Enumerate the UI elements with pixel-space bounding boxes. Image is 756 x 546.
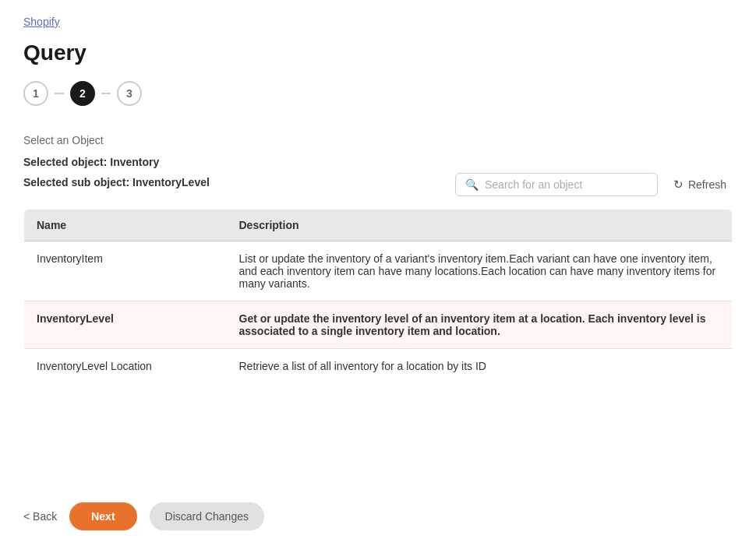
row-name-inventoryitem: InventoryItem [24, 241, 227, 301]
selected-sub-object-info: Selected sub object: InventoryLevel [23, 176, 210, 188]
selected-sub-row: Selected sub object: InventoryLevel 🔍 ↻ … [23, 173, 733, 196]
search-icon: 🔍 [465, 178, 479, 191]
discard-button[interactable]: Discard Changes [150, 502, 264, 530]
shopify-link[interactable]: Shopify [23, 16, 733, 28]
step-3[interactable]: 3 [117, 81, 142, 106]
table-row[interactable]: InventoryItem List or update the invento… [24, 241, 733, 301]
search-container: 🔍 ↻ Refresh [455, 173, 733, 196]
selected-object-info: Selected object: Inventory [23, 156, 733, 168]
objects-table: Name Description InventoryItem List or u… [23, 209, 733, 384]
step-1[interactable]: 1 [23, 81, 48, 106]
row-desc-inventoryitem: List or update the inventory of a varian… [227, 241, 733, 301]
step-connector-1 [55, 93, 64, 94]
table-header: Name Description [24, 210, 733, 241]
row-name-inventorylevel-location: InventoryLevel Location [24, 349, 227, 384]
row-desc-inventorylevel: Get or update the inventory level of an … [227, 301, 733, 349]
back-link[interactable]: < Back [23, 510, 57, 523]
next-button[interactable]: Next [69, 502, 136, 530]
section-label: Select an Object [23, 134, 733, 146]
search-input[interactable] [485, 178, 648, 191]
page-title: Query [23, 41, 733, 65]
row-name-inventorylevel: InventoryLevel [24, 301, 227, 349]
refresh-icon: ↻ [673, 178, 684, 192]
step-connector-2 [101, 93, 111, 94]
row-desc-inventorylevel-location: Retrieve a list of all inventory for a l… [227, 349, 733, 384]
table-body: InventoryItem List or update the invento… [24, 241, 733, 384]
page-container: Shopify Query 1 2 3 Select an Object Sel… [0, 0, 756, 546]
table-row[interactable]: InventoryLevel Location Retrieve a list … [24, 349, 733, 384]
step-2[interactable]: 2 [70, 81, 95, 106]
footer: < Back Next Discard Changes [23, 481, 733, 530]
col-header-description: Description [227, 210, 733, 241]
search-box[interactable]: 🔍 [455, 173, 658, 196]
refresh-button[interactable]: ↻ Refresh [667, 173, 733, 196]
col-header-name: Name [24, 210, 227, 241]
stepper: 1 2 3 [23, 81, 733, 106]
table-row-selected[interactable]: InventoryLevel Get or update the invento… [24, 301, 733, 349]
